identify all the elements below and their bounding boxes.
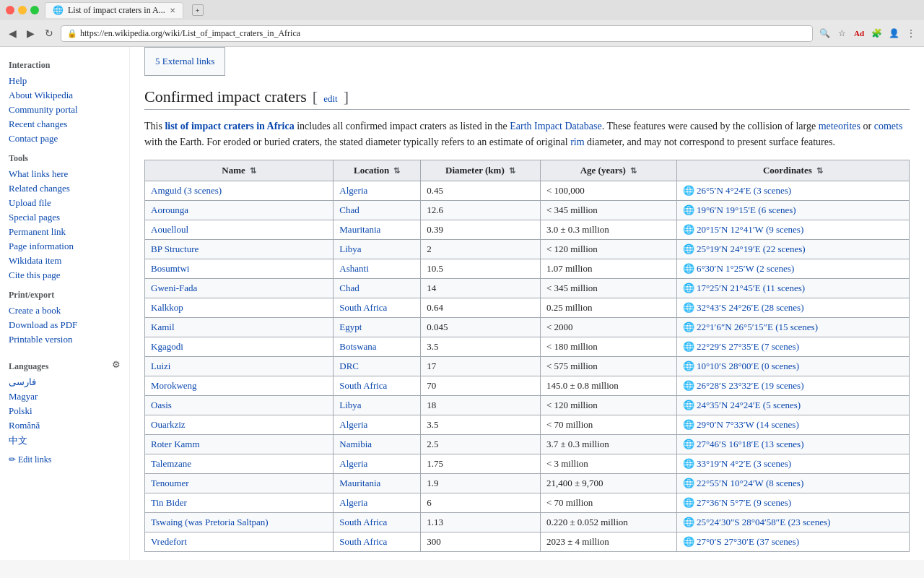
sidebar-item-wikidata[interactable]: Wikidata item — [9, 254, 121, 268]
col-location[interactable]: Location ⇅ — [334, 160, 421, 181]
coord-link[interactable]: 32°43′S 24°26′E (28 scenes) — [697, 302, 804, 313]
coord-link[interactable]: 6°30′N 1°25′W (2 scenes) — [697, 263, 794, 274]
toc-item-5[interactable]: 5 External links — [155, 55, 214, 68]
meteorites-link[interactable]: meteorites — [819, 121, 860, 131]
sidebar-item-page-information[interactable]: Page information — [9, 239, 121, 254]
crater-name-link[interactable]: Aorounga — [151, 204, 188, 215]
coord-link[interactable]: 22°29′S 27°35′E (7 scenes) — [697, 341, 799, 352]
crater-location-link[interactable]: South Africa — [339, 517, 387, 527]
crater-name-link[interactable]: Luizi — [151, 361, 170, 371]
minimize-button[interactable] — [18, 6, 27, 14]
sidebar-item-what-links[interactable]: What links here — [9, 167, 121, 181]
crater-name-link[interactable]: Morokweng — [151, 380, 197, 391]
sidebar-item-contact[interactable]: Contact page — [9, 131, 121, 146]
crater-name-link[interactable]: Amguid (3 scenes) — [151, 185, 222, 196]
col-name[interactable]: Name ⇅ — [145, 160, 334, 181]
coord-link[interactable]: 20°15′N 12°41′W (9 scenes) — [697, 224, 803, 235]
coord-link[interactable]: 33°19′N 4°2′E (3 scenes) — [697, 458, 791, 469]
coord-link[interactable]: 22°55′N 10°24′W (8 scenes) — [697, 478, 803, 488]
crater-name-link[interactable]: Bosumtwi — [151, 263, 189, 274]
crater-name-link[interactable]: Kgagodi — [151, 341, 183, 352]
crater-location-link[interactable]: Algeria — [339, 497, 367, 508]
sidebar-item-romana[interactable]: Română — [9, 418, 121, 433]
coord-link[interactable]: 27°46′S 16°18′E (13 scenes) — [697, 439, 804, 449]
crater-location-link[interactable]: South Africa — [339, 380, 387, 391]
main-bold-link[interactable]: list of impact craters in Africa — [165, 121, 294, 131]
crater-name-link[interactable]: Kamil — [151, 322, 175, 332]
sidebar-item-cite[interactable]: Cite this page — [9, 268, 121, 282]
crater-location-link[interactable]: Algeria — [339, 458, 367, 469]
edit-links-button[interactable]: ✏ Edit links — [9, 453, 121, 467]
crater-location-link[interactable]: Chad — [339, 282, 359, 293]
crater-location-link[interactable]: Botswana — [339, 341, 376, 352]
sidebar-item-farsi[interactable]: فارسی — [9, 375, 121, 389]
reload-button[interactable]: ↻ — [42, 26, 56, 41]
crater-location-link[interactable]: Egypt — [339, 322, 362, 332]
coord-link[interactable]: 27°36′N 5°7′E (9 scenes) — [697, 497, 791, 508]
coord-link[interactable]: 26°28′S 23°32′E (19 scenes) — [697, 380, 804, 391]
new-tab-button[interactable]: + — [192, 4, 204, 16]
maximize-button[interactable] — [30, 6, 39, 14]
extensions-icon[interactable]: 🧩 — [869, 26, 884, 40]
coord-link[interactable]: 26°5′N 4°24′E (3 scenes) — [697, 185, 791, 196]
crater-name-link[interactable]: Aouelloul — [151, 224, 188, 235]
col-coords[interactable]: Coordinates ⇅ — [676, 160, 909, 181]
adblock-icon[interactable]: Ad — [852, 26, 866, 40]
sidebar-item-permanent-link[interactable]: Permanent link — [9, 225, 121, 239]
crater-location-link[interactable]: Chad — [339, 204, 359, 215]
sidebar-item-community[interactable]: Community portal — [9, 103, 121, 117]
coord-link[interactable]: 17°25′N 21°45′E (11 scenes) — [697, 282, 805, 293]
sidebar-item-create-book[interactable]: Create a book — [9, 303, 121, 318]
sidebar-item-download-pdf[interactable]: Download as PDF — [9, 318, 121, 332]
sidebar-item-help[interactable]: Help — [9, 74, 121, 88]
col-diameter[interactable]: Diameter (km) ⇅ — [421, 160, 541, 181]
crater-name-link[interactable]: Vredefort — [151, 536, 187, 547]
sidebar-item-printable[interactable]: Printable version — [9, 332, 121, 347]
crater-name-link[interactable]: Kalkkop — [151, 302, 183, 313]
coord-link[interactable]: 19°6′N 19°15′E (6 scenes) — [697, 204, 796, 215]
earth-db-link[interactable]: Earth Impact Database — [510, 121, 602, 131]
crater-location-link[interactable]: Mauritania — [339, 224, 380, 235]
sidebar-item-polski[interactable]: Polski — [9, 404, 121, 418]
section-edit-link[interactable]: edit — [323, 93, 338, 105]
coord-link[interactable]: 27°0′S 27°30′E (37 scenes) — [697, 536, 799, 547]
rim-link[interactable]: rim — [570, 137, 584, 147]
crater-name-link[interactable]: Tin Bider — [151, 497, 187, 508]
active-tab[interactable]: 🌐 List of impact craters in A... ✕ — [45, 2, 183, 18]
coord-link[interactable]: 22°1′6″N 26°5′15″E (15 scenes) — [697, 322, 818, 332]
crater-location-link[interactable]: Libya — [339, 400, 361, 410]
crater-name-link[interactable]: BP Structure — [151, 243, 199, 254]
back-button[interactable]: ◀ — [6, 26, 19, 41]
crater-location-link[interactable]: Algeria — [339, 419, 367, 430]
crater-name-link[interactable]: Roter Kamm — [151, 439, 200, 449]
crater-location-link[interactable]: Libya — [339, 243, 361, 254]
coord-link[interactable]: 24°35′N 24°24′E (5 scenes) — [697, 400, 801, 410]
crater-location-link[interactable]: Algeria — [339, 185, 367, 196]
crater-location-link[interactable]: Ashanti — [339, 263, 368, 274]
crater-name-link[interactable]: Tenoumer — [151, 478, 189, 488]
menu-icon[interactable]: ⋮ — [904, 26, 918, 40]
crater-name-link[interactable]: Ouarkziz — [151, 419, 186, 430]
coord-link[interactable]: 29°0′N 7°33′W (14 scenes) — [697, 419, 799, 430]
sidebar-item-chinese[interactable]: 中文 — [9, 433, 121, 449]
crater-name-link[interactable]: Oasis — [151, 400, 172, 410]
sidebar-item-about[interactable]: About Wikipedia — [9, 88, 121, 103]
crater-name-link[interactable]: Gweni-Fada — [151, 282, 197, 293]
search-icon[interactable]: 🔍 — [817, 26, 832, 40]
crater-name-link[interactable]: Talemzane — [151, 458, 191, 469]
tab-close-button[interactable]: ✕ — [170, 7, 175, 14]
url-bar[interactable]: 🔒 https://en.wikipedia.org/wiki/List_of_… — [61, 25, 813, 42]
crater-name-link[interactable]: Tswaing (was Pretoria Saltpan) — [151, 517, 269, 527]
sidebar-item-magyar[interactable]: Magyar — [9, 389, 121, 404]
bookmark-icon[interactable]: ☆ — [834, 26, 849, 40]
coord-link[interactable]: 25°19′N 24°19′E (22 scenes) — [697, 243, 806, 254]
crater-location-link[interactable]: Namibia — [339, 439, 372, 449]
col-age[interactable]: Age (years) ⇅ — [540, 160, 676, 181]
sidebar-item-related-changes[interactable]: Related changes — [9, 181, 121, 196]
coord-link[interactable]: 25°24′30″S 28°04′58″E (23 scenes) — [697, 517, 830, 527]
crater-location-link[interactable]: South Africa — [339, 536, 387, 547]
sidebar-item-special-pages[interactable]: Special pages — [9, 210, 121, 225]
forward-button[interactable]: ▶ — [24, 26, 38, 41]
comets-link[interactable]: comets — [874, 121, 903, 131]
sidebar-item-upload[interactable]: Upload file — [9, 196, 121, 210]
